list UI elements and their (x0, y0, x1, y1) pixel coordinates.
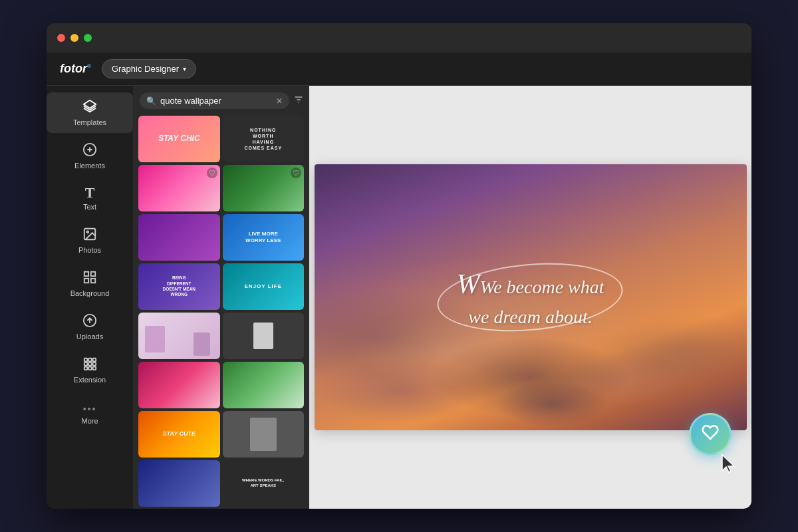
left-panel: 🔍 ✕ Stay Chic NOTHIN (133, 86, 309, 509)
apps-icon (82, 356, 97, 373)
favorite-badge: ♡ (207, 168, 217, 178)
template-item[interactable]: ♡ (138, 165, 220, 211)
search-input[interactable] (160, 96, 272, 106)
graphic-designer-dropdown[interactable]: Graphic Designer ▾ (102, 59, 196, 78)
sidebar: Templates Elements T Text (47, 86, 133, 509)
sidebar-item-photos[interactable]: Photos (47, 220, 133, 261)
svg-rect-16 (88, 362, 92, 366)
template-item[interactable]: BEINGDIFFERENTDOESN'T MEANWRONG (138, 263, 220, 310)
template-item[interactable] (138, 313, 220, 359)
text-icon: T (85, 186, 95, 200)
template-text: Where words fail,art speaks (239, 475, 287, 491)
sidebar-label-uploads: Uploads (76, 332, 103, 340)
template-item[interactable] (223, 313, 305, 359)
svg-point-5 (86, 231, 88, 233)
quote-letter-W: W (456, 269, 479, 299)
app-header: fotor® Graphic Designer ▾ (47, 53, 751, 86)
svg-rect-15 (84, 362, 88, 366)
template-item[interactable] (223, 362, 305, 408)
plus-circle-icon (82, 142, 97, 159)
search-bar: 🔍 ✕ (133, 86, 309, 113)
svg-rect-9 (91, 279, 95, 283)
svg-rect-7 (91, 272, 95, 276)
template-item[interactable]: Stay Cute (138, 411, 220, 458)
sidebar-item-uploads[interactable]: Uploads (47, 307, 133, 347)
template-item[interactable] (223, 411, 305, 458)
template-text: NOTHINGWORTHHAVINGCOMES EASY (241, 124, 285, 154)
template-item[interactable] (138, 362, 220, 408)
sidebar-item-text[interactable]: T Text (47, 179, 133, 217)
template-text: Stay Cute (160, 428, 198, 441)
template-item[interactable]: Live moreWorry less (223, 214, 305, 261)
clear-search-icon[interactable]: ✕ (276, 96, 283, 106)
upload-icon (82, 313, 97, 330)
logo: fotor® (60, 62, 91, 76)
svg-rect-8 (84, 279, 88, 283)
main-layout: Templates Elements T Text (47, 86, 751, 509)
sidebar-item-background[interactable]: Background (47, 263, 133, 304)
app-window: fotor® Graphic Designer ▾ Templates (47, 23, 751, 509)
sidebar-label-elements: Elements (74, 162, 105, 170)
dots-icon: ••• (83, 404, 97, 414)
sidebar-item-more[interactable]: ••• More (47, 397, 133, 432)
sidebar-label-more: More (81, 417, 98, 425)
chevron-down-icon: ▾ (183, 65, 186, 72)
quote-text: WWe become what we dream about. (456, 265, 604, 330)
template-item[interactable]: ENJOY LIFE (223, 263, 305, 310)
search-icon: 🔍 (146, 96, 156, 106)
grid-icon (82, 270, 97, 287)
template-item[interactable] (138, 460, 220, 507)
template-grid: Stay Chic NOTHINGWORTHHAVINGCOMES EASY ♡… (133, 113, 309, 509)
favorite-badge: ♡ (291, 168, 301, 178)
filter-icon[interactable] (293, 94, 304, 108)
favorite-button[interactable] (689, 413, 732, 456)
svg-rect-19 (88, 367, 92, 370)
svg-rect-12 (84, 358, 88, 362)
svg-rect-6 (84, 272, 88, 276)
template-item[interactable] (138, 214, 220, 261)
template-item[interactable]: Stay Chic (138, 116, 220, 162)
sidebar-label-background: Background (70, 289, 110, 297)
svg-rect-18 (84, 367, 88, 370)
template-item[interactable]: NOTHINGWORTHHAVINGCOMES EASY (223, 116, 305, 162)
layers-icon (82, 99, 97, 116)
sidebar-label-photos: Photos (78, 246, 101, 254)
template-text: Stay Chic (156, 131, 203, 147)
quote-overlay: WWe become what we dream about. (436, 251, 624, 343)
cursor-icon (720, 454, 738, 479)
heart-icon (702, 424, 719, 445)
canvas-frame[interactable]: WWe become what we dream about. (315, 164, 747, 430)
template-text: ENJOY LIFE (241, 281, 285, 293)
minimize-button[interactable] (70, 34, 78, 42)
close-button[interactable] (57, 34, 65, 42)
svg-rect-20 (93, 367, 96, 370)
template-item[interactable]: ♡ (223, 165, 305, 211)
svg-rect-13 (88, 358, 92, 362)
template-item[interactable]: Where words fail,art speaks (223, 460, 305, 507)
sidebar-item-elements[interactable]: Elements (47, 136, 133, 176)
sidebar-label-templates: Templates (73, 118, 106, 126)
sidebar-label-text: Text (83, 203, 96, 211)
canvas-area: WWe become what we dream about. (309, 86, 751, 509)
search-wrapper: 🔍 ✕ (140, 92, 289, 109)
maximize-button[interactable] (84, 34, 92, 42)
svg-rect-14 (93, 358, 96, 362)
svg-rect-17 (93, 362, 96, 366)
sidebar-label-extension: Extension (74, 376, 106, 384)
dropdown-label: Graphic Designer (112, 64, 179, 74)
template-text: Live moreWorry less (243, 228, 283, 247)
template-text: BEINGDIFFERENTDOESN'T MEANWRONG (160, 273, 198, 301)
sidebar-item-extension[interactable]: Extension (47, 350, 133, 390)
titlebar (47, 23, 751, 53)
canvas-image: WWe become what we dream about. (315, 164, 747, 430)
sidebar-item-templates[interactable]: Templates (47, 92, 133, 133)
image-icon (82, 227, 97, 243)
